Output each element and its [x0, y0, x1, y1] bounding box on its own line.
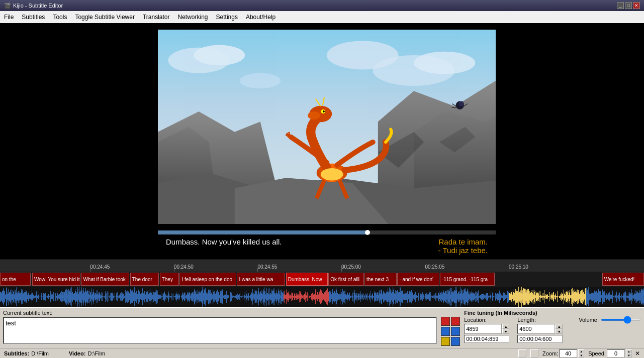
- progress-bar-thumb: [365, 230, 370, 235]
- svg-point-4: [414, 52, 475, 74]
- ctrl-btn-2[interactable]: [530, 349, 538, 357]
- subtitles-label: Subtitles:: [4, 350, 29, 356]
- length-down-button[interactable]: ▼: [556, 329, 563, 334]
- time-marker-6: 00:25:10: [509, 264, 528, 270]
- svg-point-5: [240, 73, 281, 89]
- right-panel: [496, 23, 644, 260]
- zoom-label: Zoom:: [542, 350, 558, 356]
- svg-point-6: [327, 41, 399, 69]
- close-icon[interactable]: ✕: [635, 350, 640, 357]
- time-marker-4: 00:25:00: [341, 264, 361, 270]
- close-button[interactable]: ✕: [633, 2, 640, 9]
- speed-down-button[interactable]: ▼: [626, 353, 632, 357]
- location-input[interactable]: [464, 324, 502, 334]
- status-bar: Subtitles: D:\Film Video: D:\Film Zoom: …: [0, 348, 644, 358]
- svg-point-22: [321, 168, 343, 180]
- length-up-button[interactable]: ▲: [556, 324, 563, 329]
- zoom-input[interactable]: [559, 349, 577, 357]
- waveform: [0, 287, 644, 307]
- titlebar-title: 🎬 Kijio - Subtitle Editor: [4, 3, 63, 9]
- color-btn-red2[interactable]: [451, 317, 460, 326]
- video-display[interactable]: [158, 23, 496, 230]
- color-btn-blue3[interactable]: [451, 337, 460, 346]
- volume-slider[interactable]: [601, 319, 641, 321]
- color-btn-blue2[interactable]: [451, 327, 460, 336]
- speed-label: Speed:: [588, 350, 606, 356]
- progress-bar-fill: [158, 230, 367, 234]
- status-subtitles: Subtitles: D:\Film: [4, 350, 49, 356]
- length-label: Length:: [517, 317, 563, 323]
- subtitle-text-label: Current subtitle text:: [3, 310, 437, 316]
- status-video: Video: D:\Film: [69, 350, 105, 356]
- subtitle-block-fell-asleep[interactable]: I fell asleep on the doo: [179, 273, 236, 286]
- menu-settings[interactable]: Settings: [212, 13, 242, 22]
- menu-translator[interactable]: Translator: [139, 13, 174, 22]
- menu-file[interactable]: File: [0, 13, 18, 22]
- svg-point-26: [459, 101, 464, 106]
- subtitle-block-115-grand[interactable]: -115 grand. -115 gra: [440, 273, 495, 286]
- video-label: Video:: [69, 350, 85, 356]
- video-row: Dumbass. Now you've killed us all. Rada …: [0, 23, 644, 260]
- subtitle-bar: Dumbass. Now you've killed us all. Rada …: [158, 234, 496, 260]
- minimize-button[interactable]: _: [617, 2, 624, 9]
- color-btn-red1[interactable]: [441, 317, 450, 326]
- menu-networking[interactable]: Networking: [174, 13, 212, 22]
- zoom-down-button[interactable]: ▼: [578, 353, 584, 357]
- video-scene: [158, 23, 496, 230]
- app-icon: 🎬: [4, 3, 11, 9]
- color-btn-blue1[interactable]: [441, 327, 450, 336]
- subtitle-block-next-3[interactable]: the next 3: [364, 273, 397, 286]
- svg-point-19: [323, 110, 325, 112]
- speed-input[interactable]: [607, 349, 625, 357]
- speed-up-button[interactable]: ▲: [626, 349, 632, 353]
- subtitle-block-were-fucked[interactable]: We're fucked!: [602, 273, 644, 286]
- ctrl-btn-1[interactable]: [518, 349, 526, 357]
- subtitle-block-and-if[interactable]: - and if we don': [397, 273, 439, 286]
- color-btn-yellow[interactable]: [441, 337, 450, 346]
- zoom-control: Zoom: ▲ ▼: [542, 349, 584, 357]
- menu-bar: File Subtitles Tools Toggle Subtitle Vie…: [0, 11, 644, 23]
- progress-bar[interactable]: [158, 230, 496, 234]
- subtitle-block-they[interactable]: They: [160, 273, 179, 286]
- subtitle-right: Rada te imam. - Tudi jaz tebe.: [438, 237, 488, 257]
- subtitle-block-ok-first[interactable]: Ok first of alll: [328, 273, 363, 286]
- menu-subtitles[interactable]: Subtitles: [18, 13, 49, 22]
- time-marker-1: 00:24:45: [90, 264, 110, 270]
- menu-tools[interactable]: Tools: [49, 13, 71, 22]
- svg-line-28: [451, 107, 456, 108]
- bottom-controls: Current subtitle text:: [0, 307, 644, 358]
- location-up-button[interactable]: ▲: [502, 324, 509, 329]
- location-down-button[interactable]: ▼: [502, 329, 509, 334]
- timeline-tracks: on the Wow! You sure hid it What if Barb…: [0, 272, 644, 287]
- speed-control: Speed: ▲ ▼ ✕: [588, 349, 640, 357]
- subtitle-block-barbie[interactable]: What if Barbie took: [81, 273, 129, 286]
- subtitles-value: D:\Film: [31, 350, 49, 356]
- menu-toggle-subtitle-viewer[interactable]: Toggle Subtitle Viewer: [71, 13, 139, 22]
- timeline-wrapper: 00:24:45 00:24:50 00:24:55 00:25:00 00:2…: [0, 260, 644, 307]
- location-label: Location:: [464, 317, 509, 323]
- subtitle-text-input[interactable]: [3, 317, 437, 344]
- subtitle-block-dumbass[interactable]: Dumbass. Now: [286, 273, 328, 286]
- subtitle-left: Dumbass. Now you've killed us all.: [166, 237, 282, 257]
- subtitle-text-section: Current subtitle text:: [3, 310, 437, 346]
- maximize-button[interactable]: □: [625, 2, 632, 9]
- subtitle-block-door[interactable]: The door: [130, 273, 159, 286]
- time-marker-5: 00:25:05: [425, 264, 444, 270]
- titlebar-controls[interactable]: _ □ ✕: [617, 2, 640, 9]
- subtitle-block-wow[interactable]: Wow! You sure hid it: [32, 273, 80, 286]
- volume-section: Volume:: [579, 310, 641, 346]
- subtitle-block-little-wa[interactable]: I was a little wa: [237, 273, 285, 286]
- time-marker-3: 00:24:55: [257, 264, 277, 270]
- time-marker-2: 00:24:50: [174, 264, 194, 270]
- app-title: Kijio - Subtitle Editor: [13, 3, 63, 9]
- zoom-up-button[interactable]: ▲: [578, 349, 584, 353]
- length-input[interactable]: [517, 324, 555, 334]
- subtitle-block-on-the[interactable]: on the: [0, 273, 31, 286]
- length-time-display: 00:00:04:600: [517, 335, 563, 343]
- menu-about[interactable]: About/Help: [242, 13, 280, 22]
- svg-point-2: [194, 45, 245, 66]
- location-time-display: 00:00:04:859: [464, 335, 509, 343]
- video-center: Dumbass. Now you've killed us all. Rada …: [158, 23, 496, 260]
- timeline-ruler[interactable]: 00:24:45 00:24:50 00:24:55 00:25:00 00:2…: [0, 260, 644, 272]
- svg-point-17: [308, 111, 320, 120]
